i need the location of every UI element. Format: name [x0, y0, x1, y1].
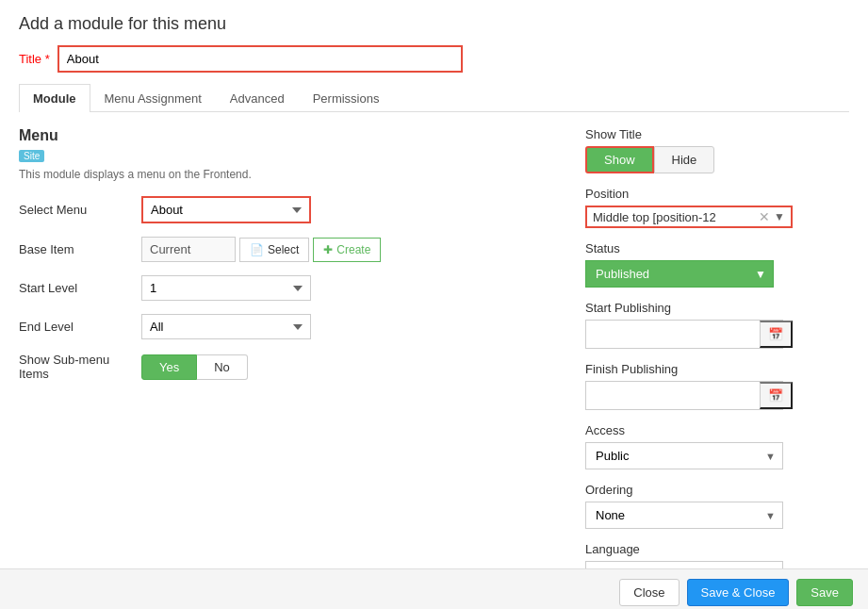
start-level-row: Start Level 1 2 3 4 5 [19, 275, 548, 301]
title-row: Title * [19, 45, 849, 73]
status-label: Status [585, 241, 849, 255]
base-item-group: Current 📄 Select ✚ Create [141, 237, 381, 262]
finish-publishing-input[interactable] [586, 384, 760, 407]
base-item-row: Base Item Current 📄 Select ✚ Create [19, 237, 548, 262]
footer: Close Save & Close Save [0, 568, 868, 609]
position-value: Middle top [position-12 [593, 210, 759, 224]
tab-menu-assignment[interactable]: Menu Assignment [90, 84, 216, 112]
copy-icon: 📄 [250, 243, 264, 256]
position-clear-icon[interactable]: ✕ [759, 209, 770, 224]
show-title-hide-btn[interactable]: Hide [654, 146, 715, 173]
base-item-create-button[interactable]: ✚ Create [313, 238, 381, 262]
plus-icon: ✚ [323, 243, 333, 256]
position-label: Position [585, 187, 849, 201]
finish-publishing-label: Finish Publishing [585, 362, 849, 376]
show-submenu-yes[interactable]: Yes [141, 354, 197, 380]
tab-advanced[interactable]: Advanced [216, 84, 299, 112]
start-publishing-input[interactable] [586, 322, 760, 346]
select-menu-row: Select Menu About Main Menu User Menu [19, 196, 548, 223]
show-title-label: Show Title [585, 127, 849, 141]
position-row: Position Middle top [position-12 ✕ ▼ [585, 187, 849, 228]
section-description: This module displays a menu on the Front… [19, 168, 548, 181]
start-publishing-field: 📅 [585, 320, 783, 349]
end-level-label: End Level [19, 320, 141, 334]
title-label: Title * [19, 52, 50, 66]
finish-publishing-field: 📅 [585, 381, 783, 410]
base-item-current: Current [141, 237, 236, 262]
end-level-row: End Level All 1 2 3 4 5 [19, 314, 548, 339]
save-button[interactable]: Save [796, 579, 853, 606]
tab-permissions[interactable]: Permissions [299, 84, 394, 112]
show-title-toggle: Show Hide [585, 146, 849, 173]
position-dropdown-icon[interactable]: ▼ [774, 210, 785, 223]
access-label: Access [585, 423, 849, 437]
tab-module[interactable]: Module [19, 84, 90, 112]
show-title-show-btn[interactable]: Show [585, 146, 654, 173]
calendar-icon: 📅 [768, 327, 783, 341]
ordering-wrapper: None Menu - About ▼ [585, 502, 783, 529]
title-input[interactable] [57, 45, 463, 73]
tabs: Module Menu Assignment Advanced Permissi… [19, 84, 849, 112]
finish-publishing-row: Finish Publishing 📅 [585, 362, 849, 410]
status-dropdown[interactable]: Published Unpublished Trashed [585, 260, 774, 288]
left-panel: Menu Site This module displays a menu on… [19, 127, 548, 601]
show-title-row: Show Title Show Hide [585, 127, 849, 173]
ordering-label: Ordering [585, 483, 849, 497]
access-row: Access Public Registered Special Guest S… [585, 423, 849, 469]
start-publishing-row: Start Publishing 📅 [585, 301, 849, 349]
site-badge: Site [19, 150, 44, 162]
ordering-row: Ordering None Menu - About ▼ [585, 483, 849, 529]
select-menu-dropdown[interactable]: About Main Menu User Menu [141, 196, 311, 223]
show-submenu-label: Show Sub-menu Items [19, 353, 141, 381]
start-publishing-label: Start Publishing [585, 301, 849, 315]
calendar-icon-2: 📅 [768, 388, 783, 403]
access-wrapper: Public Registered Special Guest Super Us… [585, 442, 783, 469]
content-area: Menu Site This module displays a menu on… [19, 127, 849, 601]
status-row: Status Published Unpublished Trashed ▼ [585, 241, 849, 288]
show-submenu-toggle: Yes No [141, 354, 248, 380]
finish-publishing-calendar-btn[interactable]: 📅 [760, 382, 793, 409]
language-label: Language [585, 542, 849, 556]
ordering-dropdown[interactable]: None Menu - About [585, 502, 783, 529]
status-wrapper: Published Unpublished Trashed ▼ [585, 260, 774, 288]
right-panel: Show Title Show Hide Position Middle top… [585, 127, 849, 601]
page-title: Add a module for this menu [19, 14, 849, 34]
access-dropdown[interactable]: Public Registered Special Guest Super Us… [585, 442, 783, 469]
position-field[interactable]: Middle top [position-12 ✕ ▼ [585, 206, 793, 228]
close-button[interactable]: Close [619, 579, 679, 606]
select-menu-label: Select Menu [19, 203, 141, 217]
base-item-select-button[interactable]: 📄 Select [239, 238, 309, 262]
section-title: Menu [19, 127, 548, 144]
start-level-dropdown[interactable]: 1 2 3 4 5 [141, 275, 311, 301]
show-submenu-no[interactable]: No [197, 354, 248, 380]
show-submenu-row: Show Sub-menu Items Yes No [19, 353, 548, 381]
base-item-label: Base Item [19, 242, 141, 256]
start-publishing-calendar-btn[interactable]: 📅 [760, 321, 793, 348]
save-close-button[interactable]: Save & Close [687, 579, 790, 606]
start-level-label: Start Level [19, 281, 141, 295]
end-level-dropdown[interactable]: All 1 2 3 4 5 [141, 314, 311, 339]
